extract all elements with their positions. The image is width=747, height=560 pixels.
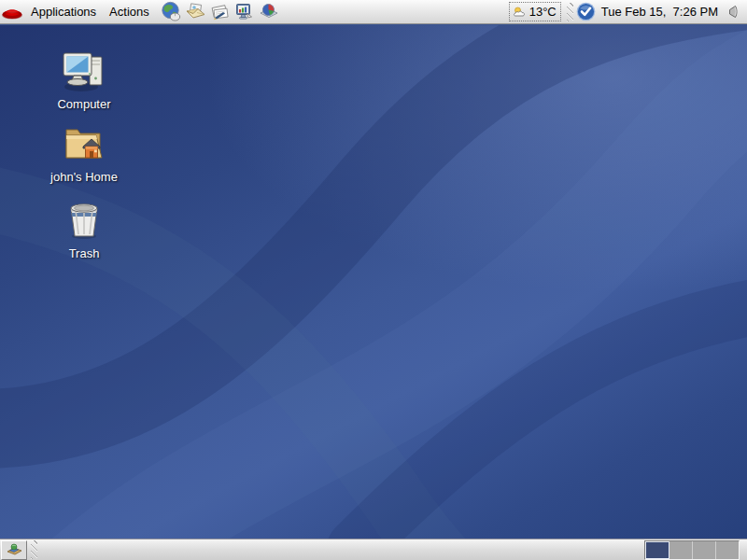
- weather-applet[interactable]: 13°C: [509, 2, 561, 21]
- presentation-launcher-icon[interactable]: [233, 1, 257, 23]
- clock[interactable]: Tue Feb 15, 7:26 PM: [601, 5, 718, 19]
- desktop-icon-label: Trash: [69, 246, 100, 260]
- workspace-1[interactable]: [645, 541, 669, 559]
- desktop[interactable]: Computer john's Home: [0, 25, 747, 539]
- workspace-2[interactable]: [669, 541, 693, 559]
- workspace-switcher[interactable]: [644, 540, 740, 560]
- volume-icon[interactable]: [724, 4, 740, 20]
- redhat-menu-icon[interactable]: [0, 1, 24, 23]
- workspace-4[interactable]: [716, 541, 739, 559]
- desktop-icon-computer[interactable]: Computer: [43, 48, 125, 111]
- email-launcher-icon[interactable]: [184, 1, 208, 23]
- desktop-icon-home[interactable]: john's Home: [43, 120, 125, 184]
- desktop-icon-label: john's Home: [50, 170, 118, 184]
- show-desktop-icon: [6, 542, 23, 557]
- word-processor-launcher-icon[interactable]: [208, 1, 233, 23]
- desktop-icon-trash[interactable]: Trash: [43, 197, 125, 260]
- weather-temperature: 13°C: [529, 5, 557, 19]
- weather-cloud-icon: [513, 6, 529, 19]
- trash-icon: [61, 197, 107, 244]
- top-panel: Applications Actions: [0, 0, 747, 24]
- web-browser-launcher-icon[interactable]: [160, 1, 184, 23]
- applet-drag-handle[interactable]: [567, 3, 573, 21]
- desktop-icon-label: Computer: [57, 97, 110, 111]
- spreadsheet-launcher-icon[interactable]: [257, 1, 281, 23]
- bottom-panel: [0, 539, 747, 560]
- workspace-3[interactable]: [693, 541, 716, 559]
- update-notifier-icon[interactable]: [576, 2, 596, 21]
- actions-menu[interactable]: Actions: [103, 0, 156, 23]
- home-folder-icon: [61, 120, 107, 167]
- window-list-handle[interactable]: [31, 540, 37, 559]
- applications-menu[interactable]: Applications: [24, 0, 103, 23]
- computer-icon: [61, 48, 107, 94]
- show-desktop-button[interactable]: [1, 540, 27, 560]
